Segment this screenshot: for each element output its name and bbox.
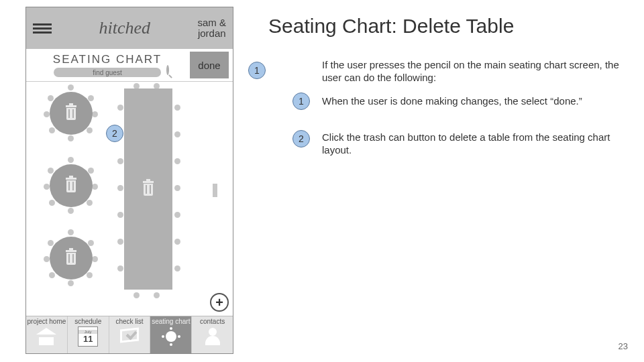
phone-mockup: hitched sam & jordan SEATING CHART find …: [25, 7, 233, 354]
nav-label: project home: [27, 318, 66, 325]
round-table[interactable]: [44, 86, 99, 141]
trash-icon[interactable]: [64, 105, 78, 121]
nav-contacts[interactable]: contacts: [192, 316, 233, 353]
nav-seating-chart[interactable]: seating chart: [150, 316, 192, 353]
page-number: 23: [619, 341, 628, 351]
seating-icon: [161, 326, 181, 347]
annotation-intro: If the user presses the pencil on the ma…: [322, 59, 631, 84]
contacts-icon: [203, 326, 223, 347]
menu-icon[interactable]: [33, 21, 52, 36]
nav-schedule[interactable]: schedule July 11: [68, 316, 109, 353]
nav-label: schedule: [74, 318, 101, 325]
app-top-bar: hitched sam & jordan: [26, 7, 233, 49]
home-icon: [36, 326, 56, 347]
couple-line2: jordan: [197, 28, 226, 39]
add-table-button[interactable]: +: [210, 293, 229, 312]
done-button[interactable]: done: [190, 52, 229, 78]
callout-marker: 1: [292, 93, 310, 110]
couple-name: sam & jordan: [197, 17, 226, 39]
search-input[interactable]: find guest: [54, 68, 161, 77]
callout-marker: 2: [292, 130, 310, 147]
checklist-icon: [119, 326, 140, 347]
round-table[interactable]: [44, 158, 99, 213]
nav-label: check list: [115, 318, 143, 325]
search-placeholder: find guest: [93, 69, 121, 76]
trash-icon[interactable]: [142, 181, 155, 197]
rect-table[interactable]: [124, 88, 172, 290]
nav-label: contacts: [200, 318, 225, 325]
callout-marker: 1: [248, 62, 266, 79]
seating-canvas[interactable]: +: [26, 81, 233, 316]
annotation-step: When the user is done making changes, th…: [322, 95, 631, 108]
slide-title: Seating Chart: Delete Table: [268, 15, 514, 38]
page-subtitle: SEATING CHART: [30, 53, 184, 66]
app-brand: hitched: [52, 18, 197, 38]
annotation-step: Click the trash can button to delete a t…: [322, 131, 631, 157]
couple-line1: sam &: [197, 17, 226, 28]
sub-header: SEATING CHART find guest done: [26, 49, 233, 81]
nav-checklist[interactable]: check list: [109, 316, 151, 353]
trash-icon[interactable]: [64, 250, 78, 266]
nav-label: seating chart: [152, 318, 190, 325]
side-chair[interactable]: [213, 184, 217, 197]
nav-project-home[interactable]: project home: [26, 316, 68, 353]
callout-marker: 2: [106, 125, 123, 142]
calendar-icon: July 11: [78, 326, 98, 347]
bottom-nav: project home schedule July 11 check list…: [26, 316, 233, 353]
round-table[interactable]: [44, 231, 99, 286]
search-icon: [162, 66, 173, 77]
trash-icon[interactable]: [64, 178, 78, 194]
